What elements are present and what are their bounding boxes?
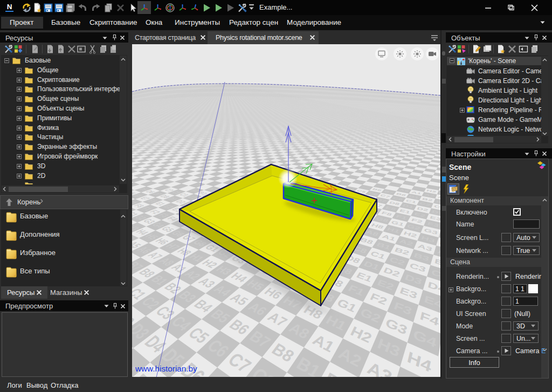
svg-text:www.historian.by: www.historian.by <box>135 364 197 373</box>
